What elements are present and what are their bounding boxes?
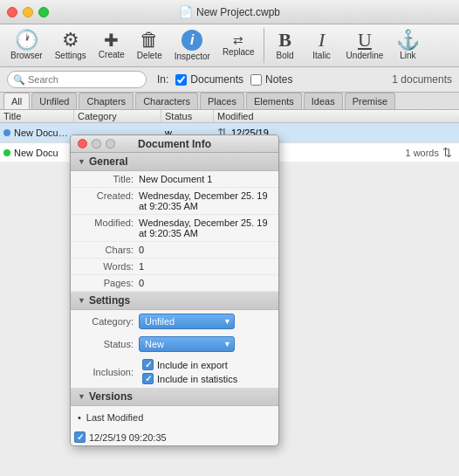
statistics-row[interactable]: Include in statistics [142,373,271,384]
general-section-title: General [89,155,128,168]
chars-row: Chars: 0 [71,242,278,259]
tab-unfiled[interactable]: Unfiled [31,93,77,109]
search-input[interactable] [28,74,140,85]
settings-section-header[interactable]: ▼ Settings [71,292,278,310]
panel-max-button[interactable] [106,139,115,148]
column-headers: Title Category Status Modified [0,110,459,123]
settings-arrow-icon: ▼ [78,296,86,305]
search-icon: 🔍 [13,74,25,86]
doc-icon: 📄 [179,5,193,18]
window-controls[interactable] [7,7,49,17]
created-value: Wednesday, December 25. 19 at 9:20:35 AM [139,190,271,211]
versions-section-header[interactable]: ▼ Versions [71,388,278,406]
inspector-button[interactable]: i Inspector [169,28,216,63]
general-section-header[interactable]: ▼ General [71,153,278,171]
browser-label: Browser [10,51,43,60]
modified-label: Modified: [78,217,139,238]
create-button[interactable]: ✚ Create [93,30,130,61]
row2-words: 1 words ⇅ [405,146,452,159]
link-button[interactable]: ⚓ Link [390,29,425,62]
toolbar: 🕐 Browser ⚙ Settings ✚ Create 🗑 Delete i… [0,24,459,67]
version-date-checkbox[interactable] [74,431,86,443]
status-setting-label: Status: [78,339,139,349]
created-label: Created: [78,190,139,211]
settings-button[interactable]: ⚙ Settings [50,29,92,62]
panel-close-button[interactable] [78,139,87,148]
notes-checkbox[interactable] [250,74,262,86]
maximize-button[interactable] [38,7,49,17]
panel-titlebar: Document Info [71,135,278,153]
browser-button[interactable]: 🕐 Browser [5,29,48,62]
delete-icon: 🗑 [140,31,159,50]
col-category: Category [74,110,161,122]
underline-label: Underline [346,51,384,60]
link-icon: ⚓ [396,31,420,50]
export-row[interactable]: Include in export [142,359,271,370]
tab-all[interactable]: All [3,93,30,109]
link-label: Link [400,51,415,60]
category-setting-label: Category: [78,316,139,327]
general-arrow-icon: ▼ [78,157,86,166]
search-box[interactable]: 🔍 [7,71,147,88]
replace-button[interactable]: ⇄ Replace [217,32,260,59]
bold-button[interactable]: B Bold [268,29,303,62]
underline-button[interactable]: U Underline [341,29,389,62]
row2-title: New Docu [14,148,58,158]
created-row: Created: Wednesday, December 25. 19 at 9… [71,188,278,215]
doc-info-panel: Document Info ▼ General Title: New Docum… [70,135,279,446]
category-setting-row: Category: Unfiled ▼ [71,310,278,333]
close-button[interactable] [7,7,17,17]
version-bullet: • [78,412,81,423]
versions-arrow-icon: ▼ [78,392,86,401]
category-select-wrapper[interactable]: Unfiled ▼ [139,314,235,329]
row2-title-group: New Docu [3,148,58,158]
statistics-label: Include in statistics [157,374,237,384]
panel-window-controls[interactable] [78,139,115,148]
tab-premise[interactable]: Premise [345,93,395,109]
panel-title: Document Info [138,138,211,150]
delete-label: Delete [137,51,162,60]
tab-places[interactable]: Places [200,93,244,109]
settings-section-title: Settings [89,294,130,307]
bold-icon: B [278,31,291,50]
panel-min-button[interactable] [92,139,101,148]
title-label: Title: [78,174,139,184]
notes-filter[interactable]: Notes [250,73,292,86]
inclusion-label: Inclusion: [78,367,139,377]
replace-icon: ⇄ [233,34,243,46]
tab-ideas[interactable]: Ideas [304,93,343,109]
status-setting-row: Status: New ▼ [71,333,278,355]
main-area: Title Category Status Modified New Docum… [0,110,459,468]
documents-checkbox[interactable] [175,74,187,86]
doc-dot-green [3,149,10,156]
documents-filter[interactable]: Documents [175,73,243,86]
chars-value: 0 [139,245,271,255]
italic-button[interactable]: I Italic [305,29,339,62]
tab-chapters[interactable]: Chapters [79,93,134,109]
inspector-icon: i [182,30,202,51]
doc-count: 1 documents [392,73,452,86]
status-select-wrapper[interactable]: New ▼ [139,336,235,352]
col-status: Status [161,110,214,122]
settings-label: Settings [55,51,86,60]
export-checkbox[interactable] [142,359,154,370]
window-title-group: 📄 New Project.cwpb [179,5,280,18]
statistics-checkbox[interactable] [142,373,154,384]
in-label: In: [157,73,168,86]
delete-button[interactable]: 🗑 Delete [132,29,168,62]
words-label: Words: [78,261,139,272]
words-row: Words: 1 [71,259,278,275]
version-item[interactable]: • Last Modified [78,410,271,425]
tab-elements[interactable]: Elements [246,93,302,109]
status-select[interactable]: New [139,336,235,352]
category-select[interactable]: Unfiled [139,314,235,329]
row-title-cell: New Docume [0,125,74,141]
versions-section-title: Versions [89,390,133,403]
version-date-row[interactable]: 12/25/19 09:20:35 [71,429,278,445]
filterbar: 🔍 In: Documents Notes 1 documents [0,67,459,93]
minimize-button[interactable] [23,7,33,17]
tab-characters[interactable]: Characters [135,93,198,109]
row-title: New Docume [14,128,71,138]
title-row: Title: New Document 1 [71,171,278,188]
modified-row: Modified: Wednesday, December 25. 19 at … [71,215,278,242]
